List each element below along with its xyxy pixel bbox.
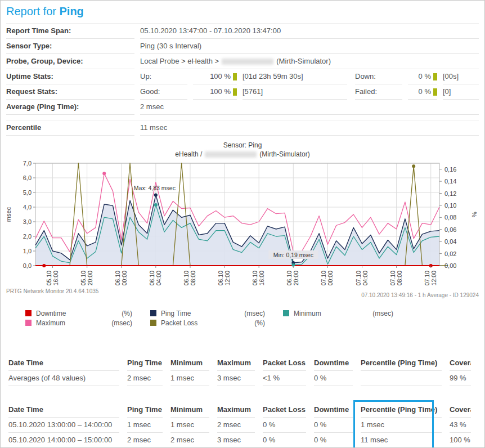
ping-chart: Max: 4,83 msecMin: 0,19 msec0,01,02,03,0…: [3, 160, 483, 302]
cell-percentile-ping-time: 1 msec: [361, 418, 442, 433]
summary-row-percentile: Percentile11 msec: [6, 120, 479, 136]
stat-detail: [0]: [443, 84, 479, 100]
summary-row-sensor-type: Sensor Type:Ping (30 s Interval): [6, 39, 479, 54]
marker-minimum: [154, 203, 158, 207]
legend-label: Ping Time: [161, 310, 191, 317]
ytick-right-label: 0,16: [444, 166, 456, 173]
ytick-right-label: 0,10: [444, 202, 456, 209]
chart-footer-version: PRTG Network Monitor 20.4.64.1035: [6, 288, 99, 294]
legend-swatch-icon: [25, 310, 32, 316]
xtick-time-label: 00:00: [121, 271, 128, 285]
page-title-sensor: Ping: [60, 5, 84, 17]
y-axis-left-title: msec: [5, 207, 12, 222]
legend-unit: (%): [254, 319, 265, 327]
stat-key: Up:: [140, 69, 187, 84]
summary-row-uptime-stats: Uptime Stats:Up:100 %[01d 23h 59m 30s]Do…: [6, 69, 479, 84]
xtick-time-label: 04:00: [155, 271, 162, 285]
stat-detail: [01d 23h 59m 30s]: [242, 69, 347, 84]
xtick-date-label: 05.10: [46, 271, 52, 285]
xtick-time-label: 00:00: [327, 271, 334, 285]
chart-subtitle: eHealth /(Mirth-Simulator): [1, 150, 484, 158]
legend-label: Packet Loss: [161, 319, 197, 327]
xtick-time-label: 08:00: [396, 271, 403, 285]
legend-swatch-icon: [150, 310, 156, 316]
col-header-maximum: Maximum: [217, 356, 255, 371]
percent-bar-icon: [433, 88, 437, 96]
stat-key: Down:: [355, 69, 402, 84]
annotation-min: Min: 0,19 msec: [273, 252, 313, 258]
col-header-coverage: Coverage: [450, 356, 471, 371]
xtick-date-label: 07.10: [389, 271, 396, 285]
legend-unit: (msec): [244, 310, 265, 317]
xtick-time-label: 12:00: [430, 271, 437, 285]
marker-packet-loss: [412, 164, 415, 168]
summary-value: Local Probe > eHealth >(Mirth-Simulator): [140, 54, 479, 69]
summary-label: Probe, Group, Device:: [6, 54, 134, 69]
xtick-date-label: 05.10: [80, 271, 87, 285]
stat-detail: [5761]: [242, 84, 347, 100]
cell-downtime: 0 %: [314, 371, 353, 386]
table-row: 05.10.2020 13:00:00 – 14:00:001 msec1 ms…: [6, 418, 479, 433]
xtick-date-label: 06.10: [286, 271, 293, 285]
marker-maximum: [102, 172, 106, 175]
cell-minimum: 2 msec: [170, 433, 209, 448]
legend-item-maximum: Maximum(msec): [25, 318, 132, 328]
xtick-date-label: 06.10: [149, 271, 155, 285]
legend-item-ping-time: Ping Time(msec): [150, 308, 265, 318]
cell-percentile-ping-time: [361, 371, 442, 386]
legend-item-downtime: Downtime(%): [25, 308, 132, 318]
xtick-time-label: 16:00: [52, 271, 59, 285]
ytick-left-label: 4,0: [23, 204, 32, 210]
summary-label: Request Stats:: [6, 84, 134, 100]
summary-label: Average (Ping Time):: [6, 100, 134, 115]
summary-label: Percentile: [6, 120, 134, 136]
xtick-date-label: 06.10: [183, 271, 190, 285]
cell-downtime: 0 %: [314, 418, 353, 433]
xtick-date-label: 07.10: [424, 271, 430, 285]
legend-item-minimum: Minimum(msec): [283, 308, 393, 318]
ytick-left-label: 3,0: [23, 218, 32, 225]
col-header-minimum: Minimum: [170, 356, 209, 371]
ytick-left-label: 2,0: [23, 233, 32, 240]
legend-label: Maximum: [36, 319, 65, 327]
ytick-right-label: 0,06: [444, 226, 456, 233]
cell-downtime: 0 %: [314, 433, 353, 448]
ytick-left-label: 0,0: [23, 262, 32, 269]
col-header-downtime: Downtime: [314, 402, 353, 418]
cell-maximum: 3 msec: [217, 433, 255, 448]
chart-legend: Downtime(%)Ping Time(msec)Minimum(msec)M…: [25, 308, 484, 328]
chart-subtitle-prefix: eHealth /: [175, 150, 202, 158]
cell-date-time: 05.10.2020 14:00:00 – 15:00:00: [8, 433, 119, 448]
col-header-date-time: Date Time: [8, 402, 119, 418]
summary-value: Ping (30 s Interval): [140, 39, 479, 54]
cell-ping-time: 1 msec: [127, 418, 163, 433]
ytick-right-label: 0,12: [444, 190, 456, 197]
xtick-time-label: 20:00: [293, 271, 299, 285]
ytick-right-label: 0,00: [444, 262, 456, 269]
summary-row-report-time-span: Report Time Span:05.10.2020 13:47:00 - 0…: [6, 24, 479, 39]
col-header-ping-time: Ping Time: [127, 402, 163, 418]
table-header-row: Date TimePing TimeMinimumMaximumPacket L…: [6, 356, 479, 371]
chart-title: Sensor: Ping: [1, 141, 484, 149]
percent-bar-icon: [233, 88, 237, 96]
cell-minimum: 1 msec: [170, 371, 209, 386]
chart-subtitle-suffix: (Mirth-Simulator): [259, 150, 309, 158]
stat-key: Failed:: [355, 84, 402, 100]
col-header-minimum: Minimum: [170, 402, 209, 418]
cell-packet-loss: 0 %: [263, 418, 306, 433]
stat-percent: 0 %: [408, 84, 437, 100]
redacted-device-name: [222, 59, 273, 65]
col-header-percentile-ping-time: Percentile (Ping Time): [361, 356, 442, 371]
col-header-packet-loss: Packet Loss: [263, 356, 306, 371]
ping-time-area: [35, 195, 439, 266]
summary-label: Report Time Span:: [6, 24, 134, 39]
cell-packet-loss: 0 %: [263, 433, 306, 448]
chart-footer-timestamp: 07.10.2020 13:49:16 - 1 h Average - ID 1…: [361, 292, 479, 298]
cell-ping-time: 2 msec: [127, 433, 163, 448]
stat-percent: 0 %: [408, 69, 437, 84]
stat-detail: [00s]: [443, 69, 479, 84]
summary-row-average-ping-time: Average (Ping Time):2 msec: [6, 100, 479, 115]
col-header-packet-loss: Packet Loss: [263, 402, 306, 418]
col-header-percentile-ping-time: Percentile (Ping Time): [361, 402, 442, 418]
table-row: 05.10.2020 14:00:00 – 15:00:002 msec2 ms…: [6, 433, 479, 448]
